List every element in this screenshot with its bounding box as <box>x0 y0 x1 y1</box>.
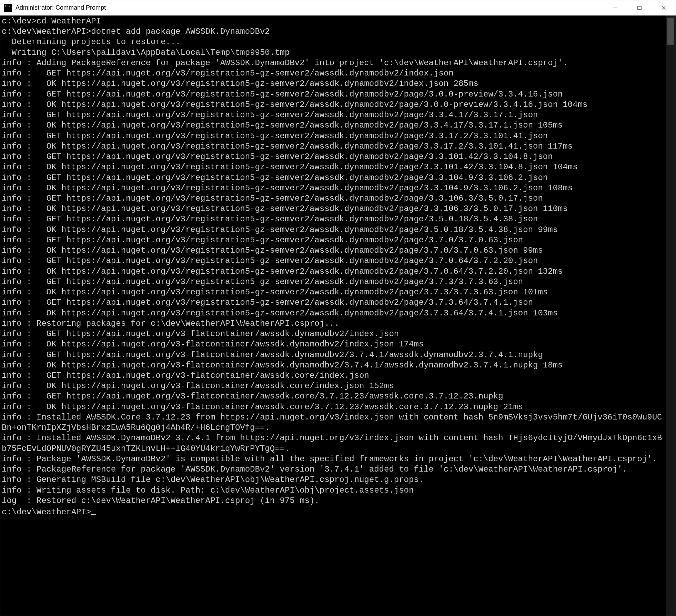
terminal-line: info : Writing assets file to disk. Path… <box>2 485 666 496</box>
minimize-button[interactable] <box>603 0 627 15</box>
terminal-line: Writing C:\Users\palldavi\AppData\Local\… <box>2 48 666 58</box>
terminal-line: info : OK https://api.nuget.org/v3/regis… <box>2 141 666 152</box>
terminal-line: info : GET https://api.nuget.org/v3/regi… <box>2 131 666 141</box>
terminal-line: log : Restored c:\dev\WeatherAPI\Weather… <box>2 496 666 506</box>
terminal-line: info : GET https://api.nuget.org/v3/regi… <box>2 68 666 79</box>
terminal-line: info : Restoring packages for c:\dev\Wea… <box>2 319 666 329</box>
scrollbar-track[interactable] <box>666 16 676 616</box>
terminal-line: info : Adding PackageReference for packa… <box>2 58 666 68</box>
terminal-line: info : Generating MSBuild file c:\dev\We… <box>2 475 666 485</box>
terminal-line: info : GET https://api.nuget.org/v3-flat… <box>2 391 666 402</box>
terminal-line: info : OK https://api.nuget.org/v3/regis… <box>2 225 666 235</box>
window-controls <box>603 0 676 15</box>
terminal-output[interactable]: c:\dev>cd WeatherAPIc:\dev\WeatherAPI>do… <box>0 16 666 616</box>
titlebar[interactable]: Administrator: Command Prompt <box>0 0 676 16</box>
command-prompt-window: Administrator: Command Prompt c:\dev>cd … <box>0 0 676 616</box>
terminal-line: info : PackageReference for package 'AWS… <box>2 464 666 475</box>
terminal-line: info : OK https://api.nuget.org/v3/regis… <box>2 100 666 110</box>
scrollbar-thumb[interactable] <box>667 18 674 45</box>
terminal-line: info : OK https://api.nuget.org/v3/regis… <box>2 245 666 256</box>
svg-rect-1 <box>638 6 641 10</box>
terminal-line: c:\dev>cd WeatherAPI <box>2 16 666 27</box>
terminal-line: info : GET https://api.nuget.org/v3/regi… <box>2 277 666 287</box>
terminal-line: info : OK https://api.nuget.org/v3/regis… <box>2 79 666 89</box>
terminal-cursor <box>91 507 96 515</box>
terminal-line: info : GET https://api.nuget.org/v3-flat… <box>2 329 666 339</box>
maximize-button[interactable] <box>627 0 652 15</box>
terminal-line: Determining projects to restore... <box>2 37 666 47</box>
terminal-line: info : OK https://api.nuget.org/v3/regis… <box>2 162 666 172</box>
minimize-icon <box>613 6 618 10</box>
terminal-line: info : GET https://api.nuget.org/v3/regi… <box>2 110 666 120</box>
terminal-line: info : Installed AWSSDK.Core 3.7.12.23 f… <box>2 412 666 433</box>
terminal-line: info : GET https://api.nuget.org/v3-flat… <box>2 371 666 381</box>
terminal-line: info : OK https://api.nuget.org/v3/regis… <box>2 287 666 297</box>
terminal-line: info : OK https://api.nuget.org/v3/regis… <box>2 120 666 131</box>
terminal-line: info : OK https://api.nuget.org/v3/regis… <box>2 266 666 277</box>
terminal-line: info : Installed AWSSDK.DynamoDBv2 3.7.4… <box>2 433 666 454</box>
terminal-line: info : OK https://api.nuget.org/v3-flatc… <box>2 360 666 371</box>
terminal-line: info : GET https://api.nuget.org/v3-flat… <box>2 350 666 360</box>
terminal-line: c:\dev\WeatherAPI>dotnet add package AWS… <box>2 27 666 37</box>
terminal-line: info : GET https://api.nuget.org/v3/regi… <box>2 173 666 183</box>
terminal-line: info : GET https://api.nuget.org/v3/regi… <box>2 214 666 224</box>
terminal-line: info : GET https://api.nuget.org/v3/regi… <box>2 256 666 266</box>
close-icon <box>661 6 666 10</box>
terminal-line: info : GET https://api.nuget.org/v3/regi… <box>2 235 666 245</box>
terminal-line: c:\dev\WeatherAPI> <box>2 506 666 517</box>
terminal-line: info : OK https://api.nuget.org/v3-flatc… <box>2 339 666 350</box>
terminal-line: info : OK https://api.nuget.org/v3-flatc… <box>2 402 666 412</box>
terminal-line: info : GET https://api.nuget.org/v3/regi… <box>2 297 666 308</box>
terminal-wrap: c:\dev>cd WeatherAPIc:\dev\WeatherAPI>do… <box>0 16 676 616</box>
terminal-line: info : Package 'AWSSDK.DynamoDBv2' is co… <box>2 454 666 464</box>
terminal-line: info : GET https://api.nuget.org/v3/regi… <box>2 89 666 100</box>
terminal-line: info : OK https://api.nuget.org/v3/regis… <box>2 308 666 319</box>
maximize-icon <box>637 6 642 10</box>
terminal-line: info : OK https://api.nuget.org/v3/regis… <box>2 183 666 193</box>
terminal-line: info : OK https://api.nuget.org/v3/regis… <box>2 204 666 214</box>
terminal-line: info : GET https://api.nuget.org/v3/regi… <box>2 152 666 162</box>
cmd-icon <box>4 4 12 12</box>
close-button[interactable] <box>652 0 676 15</box>
window-title: Administrator: Command Prompt <box>16 4 603 11</box>
terminal-line: info : GET https://api.nuget.org/v3/regi… <box>2 193 666 204</box>
terminal-line: info : OK https://api.nuget.org/v3-flatc… <box>2 381 666 391</box>
